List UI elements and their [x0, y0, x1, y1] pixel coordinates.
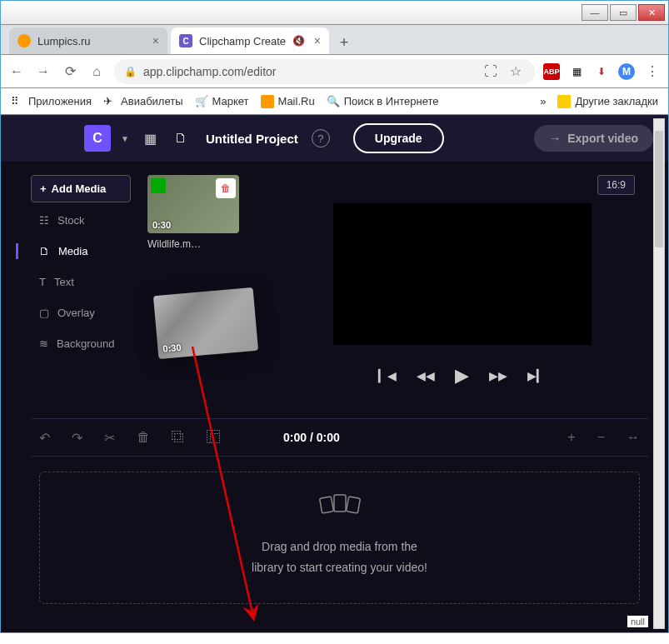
preview-area: 16:9 ▎◀ ◀◀ ▶ ▶▶ ▶▎ — [289, 175, 648, 408]
next-clip-button[interactable]: ▶▎ — [527, 369, 546, 382]
home-button[interactable]: ⌂ — [87, 62, 106, 81]
bookmarks-bar: ⠿Приложения ✈Авиабилеты 🛒Маркет Mail.Ru … — [0, 88, 669, 115]
time-display: 0:00 / 0:00 — [283, 431, 340, 444]
sidebar-item-overlay[interactable]: ▢Overlay — [31, 300, 131, 326]
zoom-out-button[interactable]: − — [597, 430, 605, 445]
undo-button[interactable]: ↶ — [39, 430, 50, 446]
timeline-toolbar: ↶ ↷ ✂ 🗑 ⿻ ⿸ 0:00 / 0:00 + − ↔ — [31, 418, 648, 457]
back-button[interactable]: ← — [7, 62, 26, 81]
templates-icon[interactable]: ▦ — [139, 127, 162, 150]
copy-button[interactable]: ⿻ — [172, 430, 185, 445]
cut-button[interactable]: ✂ — [104, 430, 115, 446]
chevron-down-icon[interactable]: ▼ — [117, 134, 132, 143]
search-bookmark[interactable]: 🔍Поиск в Интернете — [327, 95, 439, 108]
app-header: C ▼ ▦ 🗋 Untitled Project ? Upgrade → Exp… — [1, 115, 668, 162]
profile-icon[interactable]: M — [618, 63, 635, 80]
close-button[interactable]: ✕ — [638, 4, 665, 21]
rewind-button[interactable]: ◀◀ — [417, 369, 435, 382]
media-icon: 🗋 — [39, 245, 50, 257]
background-icon: ≋ — [39, 337, 48, 350]
plus-icon: + — [40, 182, 47, 195]
bookmark-star-icon[interactable]: ☆ — [507, 62, 525, 81]
translate-icon[interactable]: ⛶ — [482, 62, 500, 81]
tab-close-icon[interactable]: × — [152, 34, 159, 47]
lumpics-icon — [17, 34, 31, 47]
aspect-ratio-button[interactable]: 16:9 — [597, 175, 635, 195]
other-bookmarks[interactable]: Другие закладки — [557, 95, 658, 108]
export-button[interactable]: → Export video — [534, 125, 653, 152]
minimize-button[interactable]: — — [582, 4, 608, 21]
search-icon: 🔍 — [327, 95, 340, 108]
forward-button[interactable]: → — [34, 62, 52, 81]
timeline-dropzone[interactable]: Drag and drop media from the library to … — [39, 472, 640, 604]
mute-icon[interactable]: 🔇 — [292, 35, 305, 47]
media-placeholder-icon — [57, 491, 622, 530]
folder-icon — [557, 95, 571, 108]
app-logo[interactable]: C — [84, 125, 111, 152]
new-tab-button[interactable]: + — [332, 31, 356, 54]
sidebar: + Add Media ☷Stock 🗋Media TText ▢Overlay… — [31, 175, 131, 408]
file-icon[interactable]: 🗋 — [169, 127, 192, 150]
media-thumbnail[interactable]: 🗑 0:30 — [147, 175, 239, 233]
media-duration: 0:30 — [152, 220, 171, 230]
plane-icon: ✈ — [103, 95, 117, 108]
zoom-in-button[interactable]: + — [567, 430, 575, 445]
tab-lumpics[interactable]: Lumpics.ru × — [9, 27, 167, 54]
more-bookmarks[interactable]: » — [540, 95, 546, 107]
svg-rect-1 — [334, 495, 346, 512]
sidebar-item-media[interactable]: 🗋Media — [31, 238, 131, 264]
prev-clip-button[interactable]: ▎◀ — [378, 369, 397, 382]
mail-icon — [261, 95, 274, 108]
text-icon: T — [39, 276, 46, 288]
avia-bookmark[interactable]: ✈Авиабилеты — [103, 95, 182, 108]
help-icon[interactable]: ? — [312, 129, 330, 147]
market-bookmark[interactable]: 🛒Маркет — [195, 95, 249, 108]
duplicate-button[interactable]: ⿸ — [207, 430, 220, 445]
playback-controls: ▎◀ ◀◀ ▶ ▶▶ ▶▎ — [378, 365, 546, 387]
media-duration: 0:30 — [162, 342, 182, 354]
scrollbar[interactable] — [653, 118, 665, 629]
tab-clipchamp[interactable]: C Clipchamp Create 🔇 × — [171, 27, 329, 54]
video-preview[interactable] — [333, 203, 592, 345]
fast-forward-button[interactable]: ▶▶ — [489, 369, 507, 382]
dropzone-text-1: Drag and drop media from the — [57, 537, 622, 557]
window-titlebar: — ▭ ✕ — [0, 0, 669, 25]
media-filename: Wildlife.m… — [147, 238, 272, 250]
delete-media-button[interactable]: 🗑 — [216, 178, 236, 198]
delete-button[interactable]: 🗑 — [137, 430, 150, 445]
clipchamp-icon: C — [179, 34, 192, 47]
project-title[interactable]: Untitled Project — [206, 132, 298, 146]
reload-button[interactable]: ⟳ — [61, 62, 79, 81]
dropzone-text-2: library to start creating your video! — [57, 557, 622, 578]
top-area: + Add Media ☷Stock 🗋Media TText ▢Overlay… — [31, 175, 648, 408]
clipchamp-app: C ▼ ▦ 🗋 Untitled Project ? Upgrade → Exp… — [0, 115, 669, 633]
scrollbar-thumb[interactable] — [655, 131, 663, 247]
play-badge-icon — [151, 178, 166, 193]
chrome-menu-button[interactable]: ⋮ — [643, 62, 662, 81]
fit-button[interactable]: ↔ — [627, 430, 640, 445]
svg-rect-0 — [319, 497, 333, 513]
url-bar[interactable]: 🔒 app.clipchamp.com/editor ⛶ ☆ — [114, 59, 535, 84]
tab-close-icon[interactable]: × — [314, 34, 321, 47]
abp-extension-icon[interactable]: ABP — [543, 63, 560, 80]
redo-button[interactable]: ↷ — [72, 430, 82, 446]
tab-label: Lumpics.ru — [37, 35, 91, 47]
arrow-right-icon: → — [549, 132, 561, 145]
upgrade-button[interactable]: Upgrade — [353, 123, 444, 153]
play-button[interactable]: ▶ — [455, 365, 469, 387]
extension-icon[interactable]: ▦ — [568, 63, 585, 80]
lock-icon: 🔒 — [124, 66, 137, 77]
sidebar-item-text[interactable]: TText — [31, 269, 131, 295]
maximize-button[interactable]: ▭ — [610, 4, 637, 21]
sidebar-item-background[interactable]: ≋Background — [31, 331, 131, 357]
add-media-button[interactable]: + Add Media — [31, 175, 131, 202]
apps-bookmark[interactable]: ⠿Приложения — [11, 95, 92, 108]
sidebar-item-stock[interactable]: ☷Stock — [31, 207, 131, 233]
media-library: 🗑 0:30 Wildlife.m… 0:30 — [147, 175, 272, 408]
url-text: app.clipchamp.com/editor — [143, 65, 277, 78]
pdf-extension-icon[interactable]: ⬇ — [593, 63, 610, 80]
mailru-bookmark[interactable]: Mail.Ru — [261, 95, 315, 108]
dragging-thumbnail[interactable]: 0:30 — [153, 287, 258, 359]
svg-rect-2 — [346, 497, 360, 513]
cart-icon: 🛒 — [195, 95, 208, 108]
